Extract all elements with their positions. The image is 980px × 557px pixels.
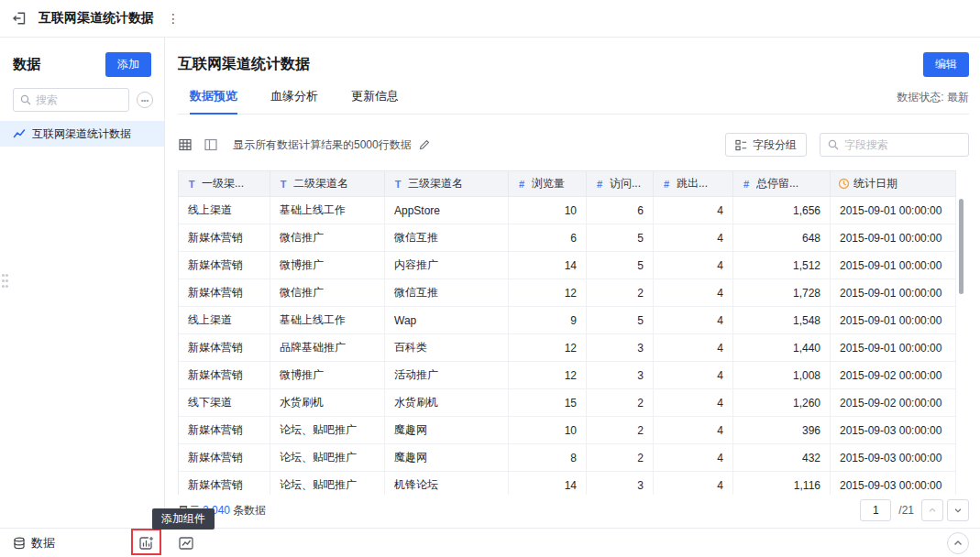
column-label: 访问... (610, 176, 641, 191)
table-cell: 微信推广 (270, 224, 385, 252)
table-row: 新媒体营销微博推广活动推广12341,0082015-09-02 00:00:0… (178, 362, 956, 389)
table-row: 新媒体营销微信推广微信互推6546482015-09-01 00:00:00 (178, 224, 956, 252)
column-view-icon[interactable] (204, 137, 218, 152)
window-title: 互联网渠道统计数据 (39, 10, 154, 27)
table-cell: 396 (733, 417, 831, 444)
text-field-icon: T (392, 179, 403, 190)
page-total-label: /21 (898, 504, 914, 517)
edit-rows-icon[interactable] (418, 138, 431, 151)
column-header[interactable]: #总停留... (733, 171, 831, 197)
table-cell: 新媒体营销 (178, 279, 270, 307)
column-header[interactable]: T二级渠道名 (270, 171, 385, 197)
table-cell: 6 (509, 224, 587, 252)
table-vertical-scrollbar[interactable] (959, 199, 963, 294)
table-cell: 新媒体营销 (178, 362, 270, 389)
table-cell: 4 (654, 252, 733, 279)
data-status-text: 数据状态: 最新 (897, 90, 969, 105)
table-cell: Wap (385, 307, 509, 334)
table-cell: 微信互推 (385, 224, 509, 252)
number-field-icon: # (741, 179, 752, 190)
table-row: 线下渠道水货刷机水货刷机15241,2602015-09-02 00:00:00 (178, 389, 956, 417)
tab-lineage-analysis[interactable]: 血缘分析 (270, 85, 318, 114)
table-cell: 3 (587, 334, 654, 362)
table-cell: 基础上线工作 (270, 307, 385, 334)
add-component-icon[interactable] (138, 535, 155, 552)
table-cell: 魔趣网 (385, 417, 509, 444)
bottom-tab-data[interactable]: 数据 (13, 529, 55, 557)
add-dataset-button[interactable]: 添加 (105, 52, 151, 77)
table-cell: 2015-09-03 00:00:00 (831, 472, 956, 495)
edit-button[interactable]: 编辑 (923, 52, 969, 77)
text-field-icon: T (186, 179, 197, 190)
table-row: 新媒体营销微信推广微信互推12241,7282015-09-01 00:00:0… (178, 279, 956, 307)
data-sidebar: 数据 添加 ••• 互联网渠道统计数据 (0, 38, 165, 528)
table-cell: 2015-09-01 00:00:00 (831, 252, 956, 279)
pagination: /21 (860, 499, 969, 521)
table-cell: 2015-09-03 00:00:00 (831, 444, 956, 472)
dataset-search-input[interactable] (36, 93, 122, 106)
main-content: 互联网渠道统计数据 编辑 数据预览 血缘分析 更新信息 数据状态: 最新 显示所… (165, 38, 980, 528)
page-up-button[interactable] (921, 499, 943, 521)
page-down-button[interactable] (947, 499, 969, 521)
table-cell: 新媒体营销 (178, 444, 270, 472)
table-cell: 新媒体营销 (178, 417, 270, 444)
table-cell: 8 (509, 444, 587, 472)
table-cell: 1,656 (733, 197, 831, 224)
number-field-icon: # (594, 179, 605, 190)
more-options-icon[interactable]: ⋮ (167, 11, 180, 26)
column-header[interactable]: T三级渠道名 (385, 171, 509, 197)
table-cell: 3 (587, 472, 654, 495)
table-cell: 论坛、贴吧推广 (270, 472, 385, 495)
column-header[interactable]: 统计日期 (831, 171, 956, 197)
column-header[interactable]: #浏览量 (509, 171, 587, 197)
tab-update-info[interactable]: 更新信息 (351, 85, 399, 114)
column-header[interactable]: #跳出... (654, 171, 733, 197)
table-cell: 4 (654, 472, 733, 495)
table-cell: 4 (654, 197, 733, 224)
count-suffix: 条数据 (233, 504, 266, 517)
dataset-search-box[interactable] (13, 88, 129, 112)
table-cell: 基础上线工作 (270, 197, 385, 224)
add-component-tooltip: 添加组件 (152, 508, 215, 530)
database-icon (13, 537, 26, 550)
table-cell: 2015-09-01 00:00:00 (831, 279, 956, 307)
tab-bar: 数据预览 血缘分析 更新信息 数据状态: 最新 (178, 85, 969, 115)
sidebar-title: 数据 (13, 56, 40, 73)
table-cell: 12 (509, 334, 587, 362)
chart-board-icon[interactable] (178, 535, 194, 552)
table-cell: 1,260 (733, 389, 831, 417)
sidebar-resize-handle[interactable] (2, 274, 5, 277)
column-header[interactable]: T一级渠... (178, 171, 270, 197)
page-number-input[interactable] (860, 499, 891, 521)
table-header-row: T一级渠...T二级渠道名T三级渠道名#浏览量#访问...#跳出...#总停留.… (178, 170, 956, 197)
table-cell: 活动推广 (385, 362, 509, 389)
table-cell: 1,008 (733, 362, 831, 389)
search-filter-icon[interactable]: ••• (137, 92, 153, 108)
dataset-list-item[interactable]: 互联网渠道统计数据 (0, 121, 164, 147)
table-row: 新媒体营销品牌基础推广百科类12341,4402015-09-01 00:00:… (178, 334, 956, 362)
table-cell: 论坛、贴吧推广 (270, 417, 385, 444)
data-preview-table: T一级渠...T二级渠道名T三级渠道名#浏览量#访问...#跳出...#总停留.… (178, 170, 956, 495)
table-cell: 2015-09-01 00:00:00 (831, 197, 956, 224)
collapse-panel-icon[interactable] (11, 10, 28, 27)
table-cell: 10 (509, 417, 587, 444)
grid-view-icon[interactable] (178, 137, 193, 152)
field-search-box[interactable] (820, 133, 969, 157)
column-label: 一级渠... (202, 176, 244, 191)
table-cell: 1,512 (733, 252, 831, 279)
field-group-button[interactable]: 字段分组 (725, 133, 807, 157)
page-title: 互联网渠道统计数据 (178, 55, 310, 74)
text-field-icon: T (278, 179, 289, 190)
field-group-icon (735, 139, 747, 151)
collapse-bottom-button[interactable] (947, 532, 969, 554)
tab-data-preview[interactable]: 数据预览 (190, 85, 237, 114)
date-field-icon (838, 178, 849, 190)
column-header[interactable]: #访问... (587, 171, 654, 197)
table-cell: 4 (654, 334, 733, 362)
table-cell: 新媒体营销 (178, 224, 270, 252)
bottom-toolbar: 数据 (0, 528, 980, 557)
table-cell: 论坛、贴吧推广 (270, 444, 385, 472)
table-cell: 5 (587, 307, 654, 334)
table-cell: 2015-09-02 00:00:00 (831, 362, 956, 389)
field-search-input[interactable] (844, 138, 961, 151)
